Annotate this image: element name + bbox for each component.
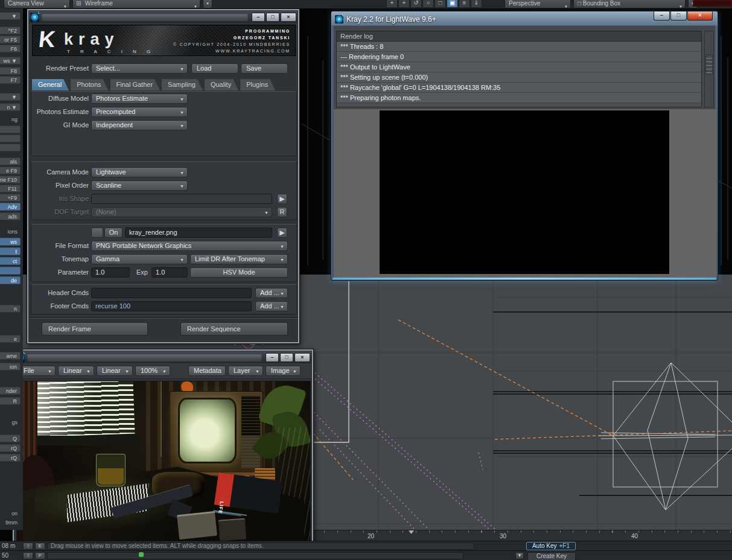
hsv-mode-button[interactable]: HSV Mode [190,267,288,278]
diffuse-model-dropdown[interactable]: Photons Estimate▼ [91,94,188,104]
footer-cmds-input[interactable]: recurse 100 [91,301,252,311]
view-mode-dropdown[interactable]: Camera View ▼ [4,0,70,8]
title-bar[interactable]: L Kray 2.2 for LightWave 9.6+ [335,14,436,25]
viewer-toolbar-dropdown[interactable]: 100% ▼ [135,366,170,376]
e-button[interactable]: E [35,542,45,550]
sidebar-item[interactable]: on [0,510,21,518]
output-filename-input[interactable]: kray_render.png [125,228,272,238]
minimize-button[interactable]: – [654,11,670,21]
sidebar-item[interactable] [0,144,21,151]
viewer-toolbar-dropdown[interactable]: Metadata ▼ [188,366,226,376]
tab[interactable]: Sampling [162,79,203,91]
dof-reset-button[interactable]: R [277,207,287,217]
tab[interactable]: Photons [71,79,108,91]
load-button[interactable]: Load [191,63,238,74]
f-button[interactable]: F [35,552,45,559]
limit-dr-dropdown[interactable]: Limit DR After Tonemap▼ [190,254,288,264]
sidebar-item[interactable]: ion [0,363,21,371]
sidebar-item[interactable]: ▼ [0,12,21,20]
output-on-button[interactable]: On [104,228,123,238]
title-bar[interactable]: L – □ × [29,11,298,23]
sidebar-item[interactable]: or F5 [0,36,21,43]
output-toggle-indicator[interactable] [91,228,103,238]
sidebar-item[interactable]: ng [0,116,21,124]
viewer-toolbar-dropdown[interactable]: File ▼ [18,366,56,376]
viewport-tool-icon[interactable]: + [398,0,410,8]
sidebar-item[interactable]: Adv [0,203,21,211]
sidebar-item[interactable] [0,267,21,275]
sidebar-item[interactable]: 9mm [0,519,21,527]
sidebar-item[interactable]: e F9 [0,167,21,174]
updown-icon-button[interactable]: ↕ [23,542,33,550]
footer-cmds-add-dropdown[interactable]: Add ...▼ [255,301,288,311]
tab[interactable]: General [32,79,69,91]
sidebar-item[interactable]: ^F2 [0,27,21,34]
maximize-button[interactable]: □ [670,11,687,21]
render-preset-dropdown[interactable]: Select...▼ [91,63,188,74]
sidebar-item[interactable]: als [0,158,21,165]
keyframe-dropdown[interactable]: ▼ [515,552,524,559]
sidebar-item[interactable]: de [0,276,21,284]
sidebar-item[interactable]: n ▼ [0,103,21,111]
render-sequence-button[interactable]: Render Sequence [180,322,288,336]
viewer-toolbar-dropdown[interactable]: Layer ▼ [228,366,263,376]
log-scrollbar[interactable] [704,31,714,107]
tab[interactable]: Final Gather [110,79,161,91]
sidebar-item[interactable]: ct [0,257,21,265]
sidebar-item[interactable]: ame [0,352,21,360]
sidebar-item[interactable]: F11 [0,185,21,192]
camera-mode-dropdown[interactable]: Lightwave▼ [91,167,188,177]
create-key-button[interactable]: Create Key [527,552,576,560]
sidebar-item[interactable]: ions [0,228,21,236]
view-mode-dropdown[interactable]: Perspective ▼ [504,0,571,8]
exp-input[interactable]: 1.0 [151,267,188,278]
sidebar-item[interactable]: n [0,305,21,313]
viewport-tool-icon[interactable]: □ [434,0,446,8]
viewport-tool-icon[interactable]: ↺ [410,0,422,8]
tonemap-dropdown[interactable]: Gamma▼ [91,254,188,264]
auto-key-button[interactable]: Auto Key+F1 [526,542,576,550]
sidebar-item[interactable] [0,126,21,133]
view-mode-dropdown[interactable]: Wireframe ▼ [72,0,200,8]
sidebar-item[interactable]: F7 [0,76,21,84]
sidebar-item[interactable]: gs [0,419,21,427]
minimize-button[interactable]: – [266,353,279,362]
close-button[interactable]: × [281,13,296,22]
frame-marker[interactable] [409,530,414,534]
viewport-tool-icon[interactable]: ▣ [447,0,458,8]
viewer-toolbar-dropdown[interactable]: Image ▼ [266,366,301,376]
maximize-button[interactable]: □ [280,353,293,362]
header-cmds-add-dropdown[interactable]: Add ...▼ [255,288,288,298]
sidebar-item[interactable]: ▼ [0,93,21,101]
gi-mode-dropdown[interactable]: Independent▼ [91,120,188,130]
sidebar-item[interactable]: e [0,335,21,343]
sidebar-item[interactable]: ne F10 [0,176,21,183]
viewport-tool-icon[interactable]: ○ [422,0,434,8]
tab[interactable]: Plugins [240,79,275,91]
viewport-tool-icon[interactable]: ≡ [459,0,470,8]
sidebar-item[interactable] [0,135,21,142]
sidebar-item[interactable]: rQ [0,454,21,462]
sidebar-item[interactable]: R [0,397,21,405]
sidebar-item[interactable]: ws ▼ [0,57,21,65]
header-cmds-input[interactable] [91,288,252,298]
pixel-order-dropdown[interactable]: Scanline▼ [91,180,188,191]
viewport-tool-icon[interactable]: + [386,0,398,8]
sidebar-item[interactable]: nder [0,387,21,395]
save-button[interactable]: Save [241,63,288,74]
sidebar-item[interactable]: Q [0,434,21,442]
updown-icon-button[interactable]: ↕ [23,552,33,559]
viewer-toolbar-dropdown[interactable]: Linear ▼ [58,366,94,376]
minimize-button[interactable]: – [252,13,265,22]
output-expand-button[interactable]: ▶ [277,228,287,238]
maximize-button[interactable]: □ [266,13,279,22]
sidebar-item[interactable]: rQ [0,444,21,452]
close-button[interactable]: × [687,11,713,21]
sidebar-item[interactable]: ads [0,212,21,220]
mini-dropdown[interactable]: ▼ [203,0,212,8]
photons-estimate-dropdown[interactable]: Precomputed▼ [91,107,188,117]
viewport-tool-icon[interactable]: ⇓ [471,0,482,8]
sidebar-item[interactable]: F8 [0,67,21,75]
sidebar-item[interactable]: ws [0,238,21,246]
iris-shape-expand-button[interactable]: ▶ [277,194,287,204]
